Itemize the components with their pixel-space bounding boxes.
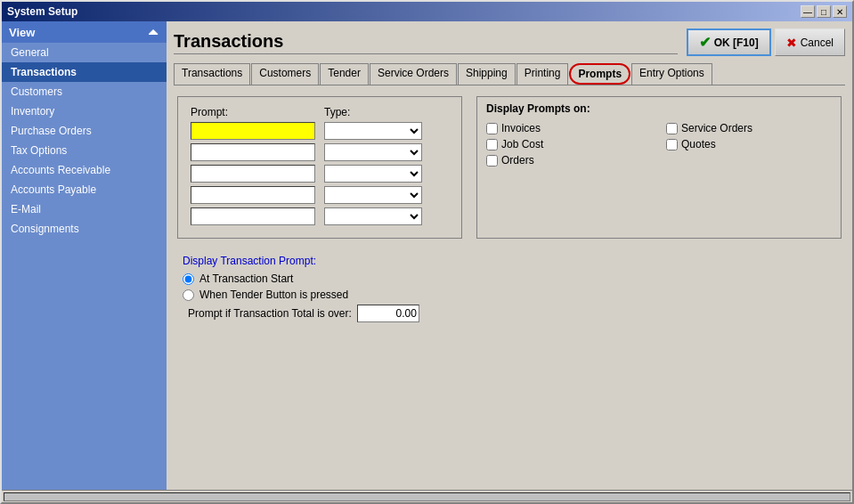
tab-bar: Transactions Customers Tender Service Or…: [174, 63, 845, 85]
prompt-input-4[interactable]: [191, 186, 315, 204]
prompt-row: [191, 207, 449, 225]
prompts-section: Prompt: Type:: [177, 96, 842, 239]
content-area: View ⏶ General Transactions Customers In…: [2, 21, 852, 490]
checkbox-quotes[interactable]: [666, 139, 678, 150]
sidebar-item-transactions[interactable]: Transactions: [2, 62, 167, 82]
checkbox-invoices-row: Invoices: [486, 122, 652, 134]
display-prompts-title: Display Prompts on:: [486, 102, 832, 115]
prompt-total-label: Prompt if Transaction Total is over:: [188, 307, 352, 320]
scrollbar-track[interactable]: [4, 492, 850, 501]
display-prompts-box: Display Prompts on: Invoices Service Ord…: [476, 96, 842, 239]
checkbox-service-orders-label: Service Orders: [681, 122, 752, 134]
checkbox-orders-row: Orders: [486, 154, 652, 167]
checkbox-job-cost-row: Job Cost: [486, 138, 652, 150]
header-buttons: ✔ OK [F10] ✖ Cancel: [687, 28, 845, 56]
main-window: System Setup — □ ✕ View ⏶ General Transa…: [0, 0, 854, 504]
close-button[interactable]: ✕: [833, 5, 847, 18]
tab-entry-options[interactable]: Entry Options: [631, 63, 712, 85]
type-select-1[interactable]: [324, 122, 422, 140]
radio-at-start[interactable]: [183, 273, 194, 285]
sidebar-item-customers[interactable]: Customers: [2, 82, 167, 102]
prompt-input-5[interactable]: [191, 207, 315, 225]
main-header: Transactions ✔ OK [F10] ✖ Cancel: [174, 28, 845, 56]
type-column-header: Type:: [324, 106, 422, 118]
prompts-panel: Prompt: Type:: [174, 93, 845, 483]
sidebar-item-inventory[interactable]: Inventory: [2, 102, 167, 121]
main-area: Transactions ✔ OK [F10] ✖ Cancel Transac…: [167, 21, 852, 490]
check-icon: ✔: [699, 34, 711, 51]
title-bar: System Setup — □ ✕: [2, 2, 852, 21]
type-select-4[interactable]: [324, 186, 422, 204]
tab-transactions[interactable]: Transactions: [174, 63, 250, 85]
checkbox-quotes-row: Quotes: [666, 138, 832, 150]
sidebar-item-general[interactable]: General: [2, 43, 167, 62]
checkbox-orders[interactable]: [486, 155, 498, 167]
page-title: Transactions: [174, 31, 678, 54]
radio-when-tender-row: When Tender Button is pressed: [183, 289, 836, 301]
checkbox-invoices-label: Invoices: [501, 122, 541, 134]
window-title: System Setup: [7, 5, 77, 18]
type-select-2[interactable]: [324, 143, 422, 161]
minimize-button[interactable]: —: [801, 5, 815, 18]
type-select-3[interactable]: [324, 165, 422, 183]
sidebar-collapse-icon[interactable]: ⏶: [147, 25, 159, 39]
radio-at-start-label: At Transaction Start: [199, 272, 293, 285]
sidebar-item-purchase-orders[interactable]: Purchase Orders: [2, 121, 167, 141]
cancel-button[interactable]: ✖ Cancel: [775, 28, 845, 56]
checkbox-invoices[interactable]: [486, 123, 498, 134]
tab-prompts[interactable]: Prompts: [569, 63, 630, 85]
checkbox-quotes-label: Quotes: [681, 138, 716, 150]
sidebar-item-consignments[interactable]: Consignments: [2, 219, 167, 239]
sidebar-item-tax-options[interactable]: Tax Options: [2, 141, 167, 160]
sidebar-header: View ⏶: [2, 21, 167, 43]
type-select-5[interactable]: [324, 207, 422, 225]
checkbox-service-orders-row: Service Orders: [666, 122, 832, 134]
checkbox-job-cost[interactable]: [486, 139, 498, 150]
bottom-scrollbar: [2, 490, 852, 502]
checkbox-orders-label: Orders: [501, 154, 534, 167]
prompt-row: [191, 165, 449, 183]
sidebar-item-email[interactable]: E-Mail: [2, 199, 167, 219]
prompt-input-2[interactable]: [191, 143, 315, 161]
prompt-row: [191, 122, 449, 140]
sidebar-header-label: View: [9, 26, 35, 39]
title-bar-controls: — □ ✕: [801, 5, 847, 18]
checkbox-service-orders[interactable]: [666, 123, 678, 134]
transaction-prompt-section: Display Transaction Prompt: At Transacti…: [177, 249, 842, 328]
ok-button[interactable]: ✔ OK [F10]: [687, 28, 771, 56]
prompt-input-3[interactable]: [191, 165, 315, 183]
prompt-row: [191, 186, 449, 204]
radio-when-tender-label: When Tender Button is pressed: [199, 289, 348, 301]
tab-customers[interactable]: Customers: [251, 63, 319, 85]
tab-tender[interactable]: Tender: [320, 63, 369, 85]
prompt-table-box: Prompt: Type:: [177, 96, 462, 239]
checkbox-grid: Invoices Service Orders Job Cost: [486, 122, 832, 167]
radio-at-start-row: At Transaction Start: [183, 272, 836, 285]
prompt-total-input[interactable]: [357, 305, 419, 322]
prompt-row: [191, 143, 449, 161]
sidebar-item-accounts-receivable[interactable]: Accounts Receivable: [2, 160, 167, 180]
transaction-prompt-title: Display Transaction Prompt:: [183, 255, 836, 267]
checkbox-job-cost-label: Job Cost: [501, 138, 543, 150]
prompt-total-row: Prompt if Transaction Total is over:: [183, 305, 836, 322]
sidebar-item-accounts-payable[interactable]: Accounts Payable: [2, 180, 167, 199]
tab-printing[interactable]: Printing: [516, 63, 569, 85]
x-icon: ✖: [786, 36, 797, 50]
sidebar: View ⏶ General Transactions Customers In…: [2, 21, 167, 490]
radio-when-tender[interactable]: [183, 289, 194, 301]
prompt-input-1[interactable]: [191, 122, 315, 140]
tab-shipping[interactable]: Shipping: [458, 63, 516, 85]
maximize-button[interactable]: □: [817, 5, 831, 18]
prompt-table-header: Prompt: Type:: [191, 106, 449, 118]
tab-service-orders[interactable]: Service Orders: [370, 63, 457, 85]
prompt-column-header: Prompt:: [191, 106, 315, 118]
